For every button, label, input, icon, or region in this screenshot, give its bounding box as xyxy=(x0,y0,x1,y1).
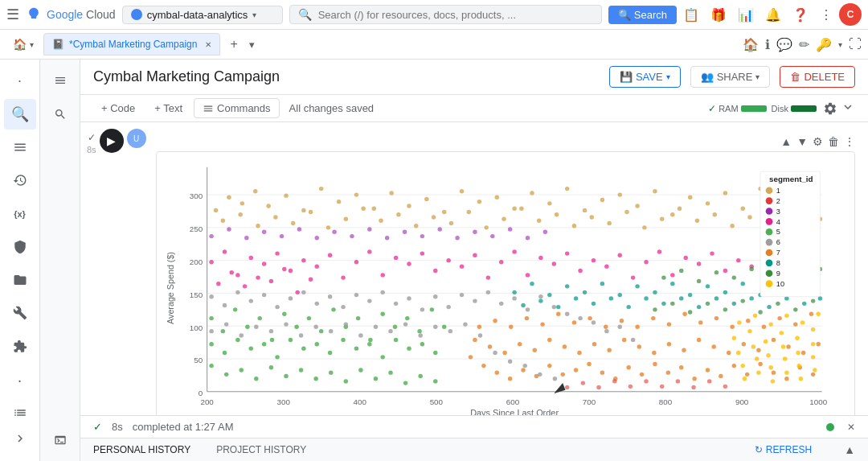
svg-point-167 xyxy=(368,338,372,342)
cell-more-button[interactable]: ⋮ xyxy=(844,135,855,148)
search-bar[interactable]: 🔍 xyxy=(289,5,602,24)
svg-point-133 xyxy=(657,249,661,253)
status-completed-text: completed at 1:27 AM xyxy=(133,421,234,433)
svg-point-287 xyxy=(758,362,762,366)
notebook-tab[interactable]: 📓 *Cymbal Marketing Campaign ✕ xyxy=(43,33,220,56)
sidebar-item-history[interactable] xyxy=(4,166,36,196)
svg-text:800: 800 xyxy=(659,397,673,406)
commands-button[interactable]: Commands xyxy=(194,98,279,118)
svg-text:50: 50 xyxy=(194,356,203,364)
share-button[interactable]: 👥 SHARE ▾ xyxy=(690,66,771,88)
sidebar-item-list[interactable] xyxy=(4,398,36,428)
cell-down-button[interactable]: ▼ xyxy=(796,135,808,148)
tab-fullscreen-icon[interactable]: ⛶ xyxy=(849,37,862,51)
cell-up-button[interactable]: ▲ xyxy=(780,135,792,148)
svg-point-401 xyxy=(751,344,755,348)
search-input[interactable] xyxy=(318,9,593,21)
cell-settings-button[interactable]: ⚙ xyxy=(813,135,823,148)
sidebar-item-files[interactable] xyxy=(4,265,36,295)
terminal-button[interactable] xyxy=(46,426,75,455)
svg-point-40 xyxy=(407,204,411,208)
svg-point-54 xyxy=(653,189,657,193)
delete-button[interactable]: 🗑 DELETE xyxy=(780,66,855,88)
settings-button[interactable] xyxy=(823,101,837,116)
zoom-button[interactable] xyxy=(46,100,75,129)
sidebar-item-search[interactable]: 🔍 xyxy=(4,99,36,129)
svg-point-176 xyxy=(235,338,240,342)
svg-point-416 xyxy=(798,377,802,381)
clipboard-icon[interactable]: 📋 xyxy=(683,7,699,23)
collapse-button[interactable]: ▲ xyxy=(844,443,855,456)
svg-point-254 xyxy=(403,322,407,326)
refresh-button[interactable]: ↻ REFRESH xyxy=(755,444,812,455)
sidebar-item-tools[interactable] xyxy=(4,298,36,328)
cell-delete-button[interactable]: 🗑 xyxy=(828,135,839,148)
chart-icon[interactable]: 📊 xyxy=(738,7,754,23)
svg-point-230 xyxy=(499,302,503,306)
personal-history-tab[interactable]: PERSONAL HISTORY xyxy=(93,444,190,455)
tab-close-button[interactable]: ✕ xyxy=(205,40,211,49)
more-vert-icon[interactable]: ⋮ xyxy=(820,7,833,23)
tab-info-icon[interactable]: ℹ xyxy=(765,37,770,52)
svg-point-323 xyxy=(588,316,592,320)
svg-point-208 xyxy=(209,294,213,298)
svg-point-313 xyxy=(786,344,790,348)
sidebar-item-variables[interactable]: {x} xyxy=(4,199,36,228)
svg-point-120 xyxy=(485,275,489,279)
svg-point-248 xyxy=(313,325,317,329)
status-close-button[interactable]: ✕ xyxy=(847,422,855,433)
svg-point-447 xyxy=(420,234,424,238)
svg-point-158 xyxy=(257,316,261,320)
menu-icon[interactable]: ☰ xyxy=(6,6,19,23)
toolbar-chevron-down[interactable] xyxy=(841,100,855,117)
svg-point-347 xyxy=(670,282,674,286)
svg-point-314 xyxy=(801,351,805,355)
svg-point-407 xyxy=(755,356,759,360)
tab-home[interactable]: 🏠 ▾ xyxy=(6,35,40,54)
svg-point-340 xyxy=(547,293,551,297)
tab-dropdown-arrow[interactable]: ▾ xyxy=(838,40,842,49)
svg-point-124 xyxy=(538,256,542,260)
tab-actions: 🏠 ℹ 💬 ✏ 🔑 ▾ ⛶ xyxy=(743,37,862,52)
tab-edit-icon[interactable]: ✏ xyxy=(799,37,809,52)
project-selector[interactable]: cymbal-data-analytics ▾ xyxy=(122,6,283,24)
sidebar-expand-btn[interactable] xyxy=(13,431,27,448)
toc-button[interactable] xyxy=(46,66,75,95)
svg-point-348 xyxy=(688,293,692,297)
save-icon: 💾 xyxy=(620,71,633,83)
svg-point-152 xyxy=(295,290,299,294)
svg-point-273 xyxy=(574,368,578,372)
project-history-tab[interactable]: PROJECT HISTORY xyxy=(216,444,306,455)
tab-chat-icon[interactable]: 💬 xyxy=(776,37,792,52)
resource-indicator: ✓ RAM Disk xyxy=(708,103,817,114)
help-icon[interactable]: ❓ xyxy=(792,7,809,23)
svg-point-205 xyxy=(403,381,407,385)
bell-icon[interactable]: 🔔 xyxy=(765,7,781,23)
save-button[interactable]: 💾 SAVE ▾ xyxy=(609,66,681,88)
svg-point-415 xyxy=(784,371,788,375)
avatar[interactable]: C xyxy=(839,3,862,26)
svg-point-47 xyxy=(530,191,534,195)
svg-point-271 xyxy=(547,364,551,368)
svg-point-72 xyxy=(361,207,365,211)
search-button[interactable]: 🔍 Search xyxy=(608,6,677,24)
svg-point-57 xyxy=(705,201,709,205)
sidebar-item-menu[interactable] xyxy=(4,133,36,163)
svg-point-240 xyxy=(631,338,635,342)
tab-chevron-icon[interactable]: ▾ xyxy=(249,39,255,51)
cell-run-button[interactable]: ▶ xyxy=(100,129,124,153)
tab-home-icon[interactable]: 🏠 xyxy=(743,37,759,52)
add-tab-button[interactable]: + xyxy=(223,34,244,55)
svg-point-103 xyxy=(262,261,266,265)
svg-point-358 xyxy=(556,305,560,309)
svg-point-429 xyxy=(644,379,648,383)
add-code-button[interactable]: + Code xyxy=(93,99,143,117)
sidebar-item-extensions[interactable] xyxy=(4,331,36,361)
add-text-button[interactable]: + Text xyxy=(146,99,190,117)
svg-point-259 xyxy=(477,333,481,337)
gift-icon[interactable]: 🎁 xyxy=(710,7,727,23)
svg-point-299 xyxy=(577,351,581,355)
sidebar-item-dot1[interactable]: · xyxy=(4,66,36,96)
tab-key-icon[interactable]: 🔑 xyxy=(816,37,832,52)
sidebar-item-settings[interactable] xyxy=(4,232,36,261)
